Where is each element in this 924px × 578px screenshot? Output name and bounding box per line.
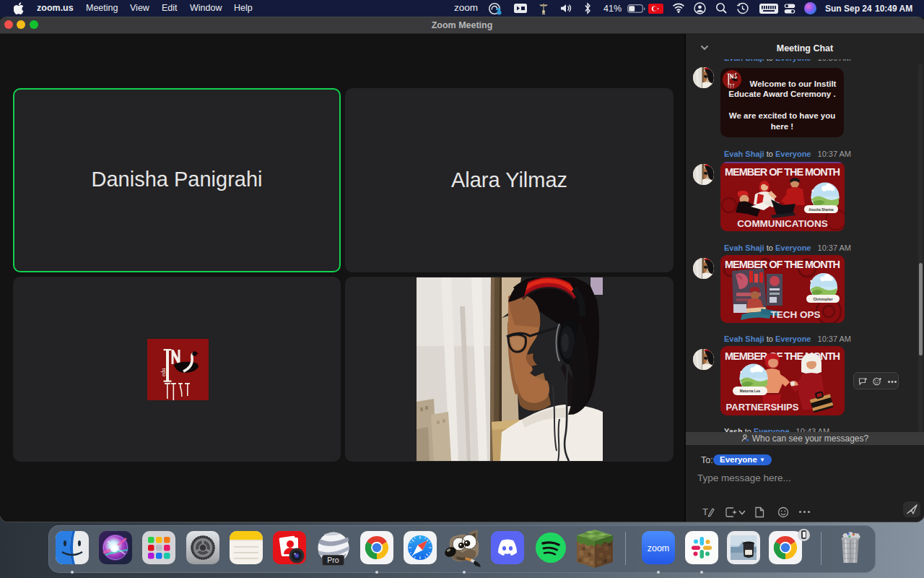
svg-text:PARTNERSHIPS: PARTNERSHIPS bbox=[726, 402, 799, 413]
svg-text:edu: edu bbox=[160, 368, 167, 376]
svg-text:T: T bbox=[702, 506, 708, 517]
svg-text:MEMBER OF THE MONTH: MEMBER OF THE MONTH bbox=[725, 259, 840, 270]
svg-text:Anusha Sharma: Anusha Sharma bbox=[808, 208, 834, 212]
svg-text:MEMBER OF THE MONTH: MEMBER OF THE MONTH bbox=[725, 166, 840, 178]
svg-text:zoom: zoom bbox=[648, 543, 670, 553]
svg-text:Maturna Lee: Maturna Lee bbox=[740, 389, 761, 393]
svg-text:Christopher: Christopher bbox=[813, 298, 832, 301]
svg-text:COMMUNICATIONS: COMMUNICATIONS bbox=[737, 218, 828, 229]
svg-text:MEMBER OF THE MONTH: MEMBER OF THE MONTH bbox=[725, 350, 840, 362]
svg-text:TECH OPS: TECH OPS bbox=[770, 309, 820, 320]
